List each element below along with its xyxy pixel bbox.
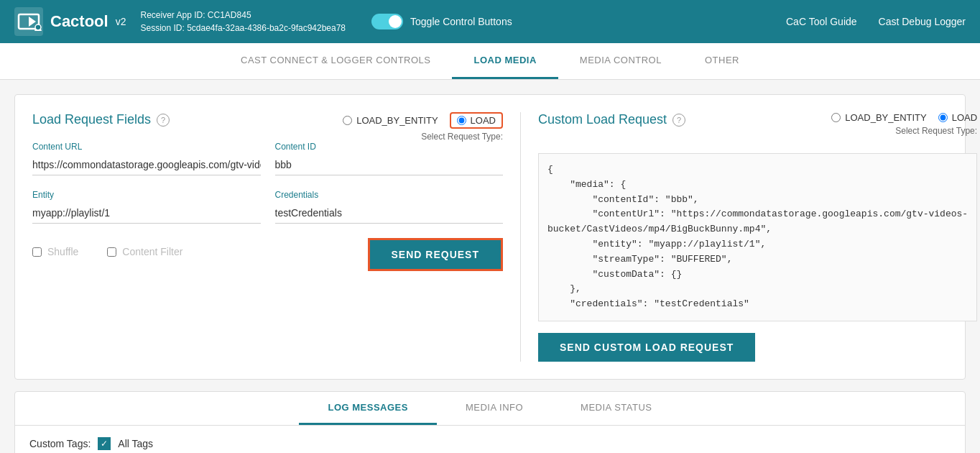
custom-load-help-icon[interactable]: ? bbox=[672, 114, 685, 127]
bottom-content: Custom Tags: All Tags bbox=[15, 426, 965, 453]
content-url-field: Content URL bbox=[32, 142, 261, 175]
content-id-field: Content ID bbox=[275, 142, 504, 175]
content-filter-checkbox-label[interactable]: Content Filter bbox=[107, 246, 182, 257]
entity-field: Entity bbox=[32, 190, 261, 224]
content-filter-label: Content Filter bbox=[122, 246, 182, 257]
credentials-input[interactable] bbox=[275, 203, 504, 224]
radio-load-by-entity[interactable]: LOAD_BY_ENTITY bbox=[343, 115, 438, 126]
load-request-container: Load Request Fields ? LOAD_BY_ENTITY LOA… bbox=[32, 112, 503, 142]
shuffle-checkbox-label[interactable]: Shuffle bbox=[32, 246, 78, 257]
request-type-radio-group: LOAD_BY_ENTITY LOAD bbox=[343, 112, 503, 129]
logo-version: v2 bbox=[116, 16, 126, 27]
send-request-button[interactable]: SEND REQUEST bbox=[368, 238, 503, 271]
toggle-label: Toggle Control Buttons bbox=[410, 16, 512, 27]
shuffle-checkbox[interactable] bbox=[32, 247, 42, 257]
bottom-tabs: LOG MESSAGES MEDIA INFO MEDIA STATUS bbox=[15, 392, 965, 426]
checkbox-row: Shuffle Content Filter bbox=[32, 246, 182, 257]
entity-input[interactable] bbox=[32, 203, 261, 224]
tab-media-info[interactable]: MEDIA INFO bbox=[437, 392, 552, 425]
custom-select-request-label: Select Request Type: bbox=[895, 126, 977, 136]
form-row-entity-credentials: Entity Credentials bbox=[32, 190, 503, 224]
receiver-app-id: Receiver App ID: CC1AD845 bbox=[140, 9, 346, 22]
header-links: CaC Tool Guide Cast Debug Logger bbox=[786, 16, 966, 27]
toggle-switch[interactable] bbox=[371, 14, 403, 29]
tab-media-status[interactable]: MEDIA STATUS bbox=[552, 392, 680, 425]
shuffle-label: Shuffle bbox=[47, 246, 78, 257]
app-header: Cactool v2 Receiver App ID: CC1AD845 Ses… bbox=[0, 0, 980, 43]
tab-log-messages[interactable]: LOG MESSAGES bbox=[299, 392, 436, 425]
all-tags-label: All Tags bbox=[118, 438, 153, 449]
radio-load[interactable]: LOAD bbox=[450, 112, 503, 129]
json-editor[interactable]: { "media": { "contentId": "bbb", "conten… bbox=[538, 153, 977, 321]
custom-load-title: Custom Load Request ? bbox=[538, 112, 685, 127]
send-request-area: SEND REQUEST bbox=[368, 238, 503, 271]
send-custom-load-request-button[interactable]: SEND CUSTOM LOAD REQUEST bbox=[538, 333, 755, 362]
load-request-type-selector: LOAD_BY_ENTITY LOAD Select Request Type: bbox=[330, 112, 503, 142]
load-request-title: Load Request Fields ? bbox=[32, 112, 330, 127]
radio-load-input[interactable] bbox=[457, 116, 466, 125]
content-url-label: Content URL bbox=[32, 142, 261, 152]
toggle-control[interactable]: Toggle Control Buttons bbox=[371, 14, 512, 29]
content-id-input[interactable] bbox=[275, 155, 504, 175]
custom-radio-load-by-entity[interactable]: LOAD_BY_ENTITY bbox=[831, 112, 926, 123]
load-request-help-icon[interactable]: ? bbox=[157, 114, 170, 127]
tab-load-media[interactable]: LOAD MEDIA bbox=[452, 43, 558, 79]
app-info: Receiver App ID: CC1AD845 Session ID: 5c… bbox=[140, 9, 346, 35]
content-filter-checkbox[interactable] bbox=[107, 247, 116, 257]
select-request-type-label: Select Request Type: bbox=[421, 132, 503, 142]
svg-point-3 bbox=[35, 24, 41, 30]
custom-request-type-selector: LOAD_BY_ENTITY LOAD Select Request Type: bbox=[831, 112, 977, 136]
form-row-url-id: Content URL Content ID bbox=[32, 142, 503, 175]
load-request-title-area: Load Request Fields ? bbox=[32, 112, 330, 142]
credentials-label: Credentials bbox=[275, 190, 504, 200]
tab-cast-connect[interactable]: CAST CONNECT & LOGGER CONTROLS bbox=[219, 43, 452, 79]
content-id-label: Content ID bbox=[275, 142, 504, 152]
right-panel-header: Custom Load Request ? LOAD_BY_ENTITY LOA… bbox=[538, 112, 977, 142]
cac-tool-guide-link[interactable]: CaC Tool Guide bbox=[786, 16, 857, 27]
entity-label: Entity bbox=[32, 190, 261, 200]
tab-media-control[interactable]: MEDIA CONTROL bbox=[558, 43, 683, 79]
custom-tags-row: Custom Tags: All Tags bbox=[29, 437, 951, 450]
custom-radio-load[interactable]: LOAD bbox=[938, 112, 977, 123]
main-nav: CAST CONNECT & LOGGER CONTROLS LOAD MEDI… bbox=[0, 43, 980, 80]
custom-load-request-panel: Custom Load Request ? LOAD_BY_ENTITY LOA… bbox=[521, 112, 977, 362]
bottom-section: LOG MESSAGES MEDIA INFO MEDIA STATUS Cus… bbox=[14, 391, 966, 453]
radio-load-by-entity-input[interactable] bbox=[343, 116, 352, 125]
load-request-panel: Load Request Fields ? LOAD_BY_ENTITY LOA… bbox=[32, 112, 521, 362]
credentials-field: Credentials bbox=[275, 190, 504, 224]
session-id: Session ID: 5cdae4fa-32aa-4386-ba2c-9fac… bbox=[140, 22, 346, 35]
custom-request-type-radio-group: LOAD_BY_ENTITY LOAD bbox=[831, 112, 977, 123]
custom-tags-label: Custom Tags: bbox=[29, 438, 91, 449]
cast-debug-logger-link[interactable]: Cast Debug Logger bbox=[879, 16, 966, 27]
custom-radio-load-input[interactable] bbox=[938, 113, 948, 122]
logo-text: Cactool bbox=[50, 12, 108, 31]
main-content: Load Request Fields ? LOAD_BY_ENTITY LOA… bbox=[0, 80, 980, 453]
tab-other[interactable]: OTHER bbox=[683, 43, 761, 79]
load-media-card: Load Request Fields ? LOAD_BY_ENTITY LOA… bbox=[14, 94, 966, 380]
all-tags-checkbox[interactable] bbox=[98, 437, 111, 450]
custom-radio-load-by-entity-input[interactable] bbox=[831, 113, 841, 122]
app-logo: Cactool v2 bbox=[14, 7, 126, 36]
logo-icon bbox=[14, 7, 43, 36]
content-url-input[interactable] bbox=[32, 155, 261, 175]
